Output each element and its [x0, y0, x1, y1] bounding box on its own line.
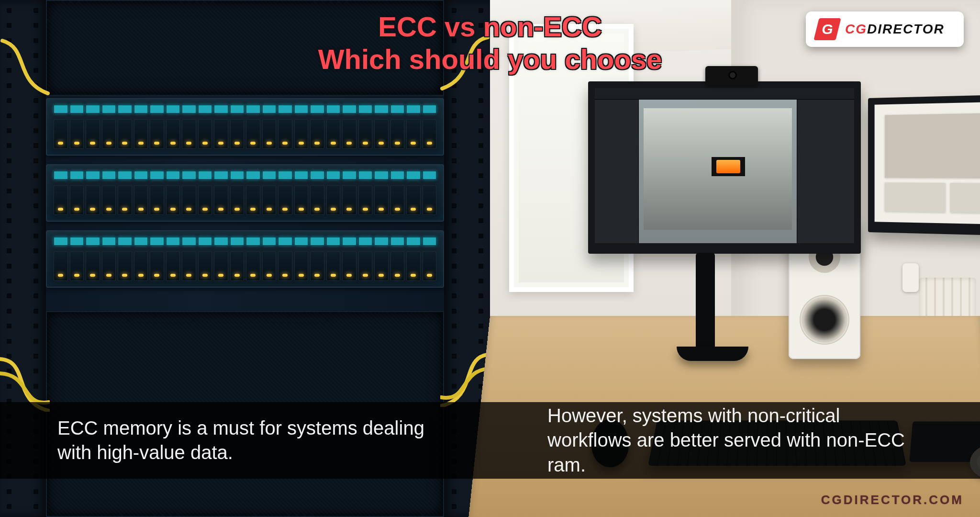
drive-bay	[134, 119, 148, 149]
drive-led-icon	[182, 105, 196, 113]
drive-led-icon	[102, 237, 116, 246]
thumbnail	[885, 112, 980, 178]
drive-led-icon	[294, 171, 309, 180]
app-panel-left	[595, 100, 639, 243]
drive-led-icon	[390, 171, 405, 180]
headline: ECC vs non-ECC Which should you choose	[318, 11, 662, 76]
app-toolbar	[595, 88, 854, 100]
monitor-primary	[588, 81, 861, 254]
drive-led-icon	[214, 105, 228, 113]
drive-led-icon	[214, 171, 228, 180]
drive-bay	[198, 185, 212, 215]
drive-bay	[374, 119, 389, 149]
drive-led-icon	[118, 237, 132, 246]
drive-bay	[150, 119, 164, 149]
drive-led-icon	[70, 237, 84, 246]
drive-led-icon	[198, 105, 212, 113]
drive-led-icon	[326, 171, 341, 180]
drive-led-icon	[166, 171, 180, 180]
drive-led-icon	[358, 237, 373, 246]
drive-led-icon	[246, 105, 260, 113]
drive-bay	[70, 251, 84, 281]
screen-gallery	[875, 100, 980, 226]
drive-bay	[358, 119, 373, 149]
drive-bay	[102, 185, 116, 215]
drive-led-icon	[374, 171, 389, 180]
drive-led-icon	[406, 171, 421, 180]
monitor-secondary	[868, 92, 980, 238]
drive-led-icon	[86, 171, 100, 180]
drive-led-icon	[423, 105, 437, 113]
drive-bay	[246, 185, 260, 215]
drive-bay	[262, 251, 277, 281]
drive-led-icon	[166, 105, 180, 113]
drive-bay	[214, 251, 228, 281]
drive-bay	[423, 119, 437, 149]
caption-right: However, systems with non-critical workf…	[490, 404, 980, 477]
drive-bay	[342, 185, 356, 215]
drive-bay	[214, 119, 228, 149]
drive-bay	[166, 119, 180, 149]
drive-bay	[262, 119, 277, 149]
drive-bay	[166, 185, 180, 215]
storage-unit	[46, 230, 444, 288]
drive-led-icon	[166, 237, 180, 246]
caption-bar: ECC memory is a must for systems dealing…	[0, 402, 980, 479]
drive-bay	[294, 185, 309, 215]
drive-led-icon	[358, 105, 373, 113]
drive-bay	[118, 119, 132, 149]
drive-bay	[150, 185, 164, 215]
drive-led-icon	[150, 237, 164, 246]
drive-led-icon	[390, 105, 405, 113]
drive-bay	[310, 185, 324, 215]
app-viewport	[639, 100, 797, 243]
image-gallery	[885, 112, 980, 215]
storage-unit	[46, 98, 444, 156]
drive-led-icon	[294, 105, 309, 113]
render-fireplace	[712, 157, 745, 176]
drive-bay	[230, 119, 245, 149]
drive-bay	[86, 119, 100, 149]
drive-bay	[230, 251, 245, 281]
drive-led-icon	[182, 237, 196, 246]
drive-led-icon	[278, 171, 292, 180]
drive-led-icon	[70, 171, 84, 180]
drive-bay	[358, 251, 373, 281]
drive-bay	[118, 251, 132, 281]
drive-led-icon	[230, 237, 245, 246]
drive-led-icon	[310, 237, 324, 246]
drive-bay	[310, 119, 324, 149]
drive-bay	[390, 119, 405, 149]
drive-bay	[118, 185, 132, 215]
drive-bay	[102, 251, 116, 281]
drive-led-icon	[374, 105, 389, 113]
infographic-canvas: G CGDIRECTOR ECC vs non-ECC Which should…	[0, 0, 980, 517]
drive-led-icon	[262, 237, 277, 246]
drive-led-icon	[150, 105, 164, 113]
drive-bay	[278, 185, 292, 215]
drive-bay	[166, 251, 180, 281]
drive-led-icon	[262, 105, 277, 113]
drive-led-icon	[326, 105, 341, 113]
drive-bay	[246, 251, 260, 281]
drive-bay	[406, 251, 421, 281]
headline-line2: Which should you choose	[318, 43, 662, 76]
drive-bay	[278, 251, 292, 281]
drive-bay	[230, 185, 245, 215]
drive-led-icon	[134, 105, 148, 113]
drive-led-icon	[246, 237, 260, 246]
drive-bay	[326, 185, 341, 215]
brand-logo-badge: G CGDIRECTOR	[806, 11, 964, 47]
drive-bay	[342, 119, 356, 149]
drive-bay	[390, 251, 405, 281]
monitor-arm-base	[677, 347, 748, 361]
drive-bay	[358, 185, 373, 215]
drive-bay	[54, 251, 68, 281]
radiator-knob	[902, 263, 919, 292]
drive-bay	[54, 119, 68, 149]
drive-led-icon	[198, 171, 212, 180]
drive-led-icon	[423, 237, 437, 246]
drive-led-icon	[54, 237, 68, 246]
footer-url: CGDIRECTOR.COM	[821, 493, 964, 507]
drive-led-icon	[326, 237, 341, 246]
